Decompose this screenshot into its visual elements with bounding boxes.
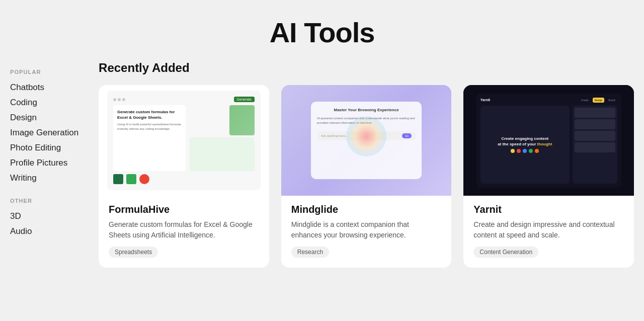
sidebar-item-coding[interactable]: Coding: [10, 95, 78, 110]
cards-grid: Generate Generate custom formulas for Ex…: [99, 85, 634, 268]
card-tag-mindglide[interactable]: Research: [291, 247, 329, 258]
card-image-formulahive: Generate Generate custom formulas for Ex…: [99, 85, 269, 196]
sidebar-item-photo-editing[interactable]: Photo Editing: [10, 140, 78, 155]
sidebar-item-3d[interactable]: 3D: [10, 209, 78, 224]
sidebar: POPULAR Chatbots Coding Design Image Gen…: [10, 61, 78, 268]
sidebar-item-image-generation[interactable]: Image Generation: [10, 125, 78, 140]
yarnit-logo-text: Yarnit: [480, 98, 490, 102]
page-header: AI Tools: [0, 0, 644, 61]
popular-section-label: POPULAR: [10, 69, 78, 75]
card-formulahive[interactable]: Generate Generate custom formulas for Ex…: [99, 85, 269, 268]
sidebar-item-profile-pictures[interactable]: Profile Pictures: [10, 155, 78, 171]
yarnit-tab-2: Design: [593, 98, 605, 103]
card-yarnit[interactable]: Yarnit Create Design Brand: [463, 85, 634, 268]
yarnit-dots: [511, 149, 539, 153]
yarnit-tab-1: Create: [579, 98, 591, 103]
other-section-label: OTHER: [10, 198, 78, 204]
card-tag-yarnit[interactable]: Content Generation: [473, 247, 538, 258]
sidebar-item-chatbots[interactable]: Chatbots: [10, 80, 78, 95]
card-body-yarnit: Yarnit Create and design impressive and …: [463, 196, 634, 268]
section-title: Recently Added: [99, 61, 634, 75]
card-body-mindglide: Mindglide Mindglide is a context compani…: [281, 196, 452, 268]
sidebar-item-audio[interactable]: Audio: [10, 224, 78, 239]
card-image-mindglide: Master Your Browsing Experience AI-power…: [281, 85, 452, 196]
yarnit-headline: Create engaging contentat the speed of y…: [498, 136, 552, 147]
card-desc-formulahive: Generate custom formulas for Excel & Goo…: [109, 219, 259, 240]
sidebar-item-writing[interactable]: Writing: [10, 171, 78, 186]
card-name-formulahive: FormulaHive: [109, 204, 259, 215]
card-desc-yarnit: Create and design impressive and context…: [473, 219, 624, 240]
yarnit-tab-3: Brand: [606, 98, 617, 103]
card-image-yarnit: Yarnit Create Design Brand: [463, 85, 634, 196]
card-name-yarnit: Yarnit: [473, 204, 624, 215]
card-mindglide[interactable]: Master Your Browsing Experience AI-power…: [281, 85, 452, 268]
page-title: AI Tools: [0, 16, 644, 49]
yarnit-tabs: Create Design Brand: [579, 98, 617, 103]
card-body-formulahive: FormulaHive Generate custom formulas for…: [99, 196, 269, 268]
card-desc-mindglide: Mindglide is a context companion that en…: [291, 219, 442, 240]
sidebar-item-design[interactable]: Design: [10, 110, 78, 125]
card-tag-formulahive[interactable]: Spreadsheets: [109, 247, 158, 258]
main-content: Recently Added Generate: [99, 61, 634, 268]
card-name-mindglide: Mindglide: [291, 204, 442, 215]
